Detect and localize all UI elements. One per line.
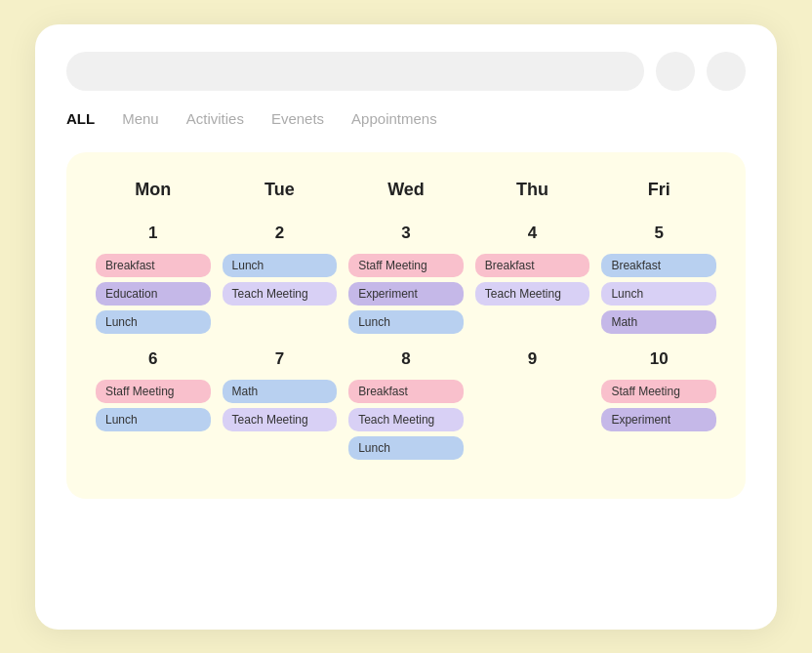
event-chip[interactable]: Teach Meeting [223,282,338,306]
event-chip[interactable]: Teach Meeting [223,408,338,431]
event-chip[interactable]: Teach Meeting [475,282,590,306]
event-chip[interactable]: Staff Meeting [348,254,464,277]
nav-tab-appointmens[interactable]: Appointmens [351,110,437,129]
event-chip[interactable]: Breakfast [96,254,211,277]
day-cell-5: 5BreakfastLunchMath [595,216,722,342]
event-chip[interactable]: Lunch [348,310,464,334]
day-header-fri: Fri [595,180,722,200]
event-chip[interactable]: Math [223,380,338,403]
event-chip[interactable]: Lunch [96,408,211,431]
day-number-6: 6 [96,349,211,369]
event-chip[interactable]: Math [601,310,716,334]
search-input[interactable] [66,52,644,91]
day-cell-7: 7MathTeach Meeting [217,342,344,468]
event-chip[interactable]: Staff Meeting [96,380,211,403]
day-header-thu: Thu [469,180,596,200]
event-chip[interactable]: Lunch [96,310,211,334]
icon-button-2[interactable] [707,52,746,91]
calendar-container: MonTueWedThuFri 1BreakfastEducationLunch… [66,152,746,499]
day-cell-3: 3Staff MeetingExperimentLunch [343,216,469,342]
day-number-2: 2 [223,224,338,243]
event-chip[interactable]: Breakfast [475,254,590,277]
event-chip[interactable]: Breakfast [601,254,716,277]
day-cell-4: 4BreakfastTeach Meeting [469,216,596,342]
event-chip[interactable]: Experiment [601,408,716,431]
app-window: ALLMenuActivitiesEvenetsAppointmens MonT… [35,24,777,630]
day-cell-9: 9 [469,342,596,468]
day-number-4: 4 [475,224,590,243]
event-chip[interactable]: Staff Meeting [601,380,716,403]
nav-tab-menu[interactable]: Menu [122,110,159,129]
day-header-tue: Tue [217,180,344,200]
calendar-grid: 1BreakfastEducationLunch2LunchTeach Meet… [90,216,722,468]
day-header-mon: Mon [90,180,217,200]
icon-button-1[interactable] [656,52,695,91]
day-cell-8: 8BreakfastTeach MeetingLunch [343,342,469,468]
nav-tab-activities[interactable]: Activities [186,110,244,129]
day-cell-6: 6Staff MeetingLunch [90,342,217,468]
day-number-9: 9 [475,349,590,369]
event-chip[interactable]: Breakfast [348,380,464,403]
event-chip[interactable]: Lunch [601,282,716,306]
nav-tabs: ALLMenuActivitiesEvenetsAppointmens [66,110,746,129]
day-header-wed: Wed [343,180,469,200]
day-number-5: 5 [601,224,716,243]
day-number-10: 10 [601,349,716,369]
day-cell-10: 10Staff MeetingExperiment [595,342,722,468]
event-chip[interactable]: Teach Meeting [348,408,464,431]
nav-tab-all[interactable]: ALL [66,110,95,129]
day-cell-1: 1BreakfastEducationLunch [90,216,217,342]
nav-tab-evenets[interactable]: Evenets [271,110,324,129]
event-chip[interactable]: Lunch [348,436,464,460]
day-number-8: 8 [348,349,464,369]
day-cell-2: 2LunchTeach Meeting [217,216,344,342]
event-chip[interactable]: Lunch [223,254,338,277]
day-number-3: 3 [348,224,464,243]
event-chip[interactable]: Education [96,282,211,306]
calendar-header: MonTueWedThuFri [90,180,722,200]
day-number-7: 7 [223,349,338,369]
event-chip[interactable]: Experiment [348,282,464,306]
day-number-1: 1 [96,224,211,243]
top-bar [66,52,746,91]
